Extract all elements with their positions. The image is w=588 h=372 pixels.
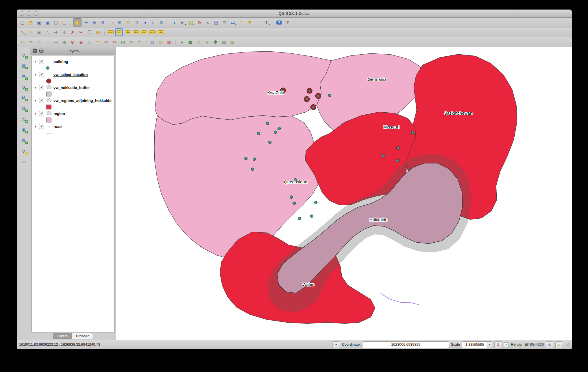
show-bookmarks-icon[interactable]: ⚐ (254, 18, 262, 26)
display-grass-region-icon[interactable]: ▧ (220, 38, 228, 46)
open-project-icon[interactable]: ⬒ (27, 18, 35, 26)
show-hide-labels-icon[interactable]: abc (132, 28, 140, 36)
open-grass-tools-icon[interactable]: ✲ (212, 38, 219, 46)
new-project-icon[interactable]: ▢ (19, 18, 26, 26)
map-canvas[interactable]: KwaZuluGermaniaSaskatchewanMissouriQueen… (116, 47, 572, 340)
panel-close-icon[interactable]: ✕ (33, 49, 37, 53)
zoom-out-icon[interactable]: ⊖ (99, 18, 107, 26)
layer-row-vw_select_location[interactable]: ▼✓∴vw_select_location (32, 71, 114, 78)
expand-arrow-icon[interactable]: ▼ (34, 86, 37, 89)
coordinate-input[interactable] (363, 341, 449, 348)
deselect-features-icon[interactable]: ⊘ (195, 18, 203, 26)
change-label-properties-icon[interactable]: abc (157, 28, 165, 36)
expand-arrow-icon[interactable]: ▼ (34, 99, 37, 102)
new-print-composer-icon[interactable]: ▢ (52, 18, 60, 26)
local-histogram-stretch-icon[interactable]: ▥ (149, 38, 156, 46)
paste-features-icon[interactable]: ▤ (94, 28, 102, 36)
tab-layers[interactable]: Layers (53, 333, 72, 339)
delete-ring-icon[interactable]: ⊘ (69, 38, 77, 46)
add-spatialite-layer-icon[interactable]: S+ (20, 83, 28, 91)
layer-name[interactable]: building (53, 59, 68, 64)
select-features-icon[interactable]: ▧▼ (187, 18, 195, 26)
layer-name[interactable]: vw_regions_adjoining_hokkaido (53, 98, 112, 103)
resize-grip[interactable] (566, 343, 570, 347)
add-grass-raster-layer-icon[interactable]: ▦ (186, 38, 194, 46)
add-grass-vector-layer-icon[interactable]: V (178, 38, 186, 46)
title-bar[interactable]: QGIS 2.0.1-Dufour (17, 10, 572, 18)
layer-name[interactable]: vw_select_location (53, 72, 88, 77)
expand-arrow-icon[interactable]: ▼ (34, 60, 37, 63)
current-edits-icon[interactable]: ✎▼ (19, 28, 26, 36)
layer-name[interactable]: region (53, 111, 65, 116)
expand-arrow-icon[interactable]: ▼ (34, 112, 37, 115)
rotate-label-icon[interactable]: abc (149, 28, 156, 36)
remove-layer-icon[interactable]: ▭ (20, 158, 28, 165)
layer-row-vw_regions_adjoining_hokkaido[interactable]: ▼✓vw_regions_adjoining_hokkaido (32, 97, 114, 104)
tab-browser[interactable]: Browser (72, 333, 93, 339)
save-layer-edits-icon[interactable]: ▣ (35, 28, 43, 36)
add-ring-icon[interactable]: ◎ (52, 38, 60, 46)
whats-this-icon[interactable]: ? (284, 18, 291, 26)
layer-row-building[interactable]: ▼✓∴building (32, 58, 114, 65)
move-label-icon[interactable]: abc (140, 28, 148, 36)
pin-labels-icon[interactable]: ab (115, 28, 123, 36)
labeling-icon[interactable]: abc (107, 28, 114, 36)
offset-curve-icon[interactable]: ⊃ (94, 38, 102, 46)
zoom-last-icon[interactable]: ◂ (141, 18, 149, 26)
expand-arrow-icon[interactable]: ▼ (34, 73, 37, 76)
rotate-feature-icon[interactable]: ⟳ (35, 38, 43, 46)
layer-row-vw_hokkaido_buffer[interactable]: ▼✓vw_hokkaido_buffer (32, 84, 114, 91)
panel-float-icon[interactable]: ❐ (39, 49, 44, 53)
messages-warning-icon[interactable]: ⚠ (555, 341, 563, 348)
open-attribute-table-icon[interactable]: ▤ (212, 18, 220, 26)
add-feature-icon[interactable]: ∴ (44, 28, 51, 36)
pan-to-selection-icon[interactable]: ✛ (82, 18, 90, 26)
edit-grass-vector-icon[interactable]: V (203, 38, 211, 46)
move-feature-icon[interactable]: ➜ (52, 28, 60, 36)
copy-features-icon[interactable]: ❐ (86, 28, 93, 36)
select-by-expression-icon[interactable]: ε (204, 18, 212, 26)
layer-visibility-checkbox[interactable]: ✓ (39, 124, 44, 129)
remove-histogram-stretch-icon[interactable]: ▥ (165, 38, 173, 46)
reshape-features-icon[interactable]: ∩ (86, 38, 93, 46)
rotate-point-symbols-icon[interactable]: ↻ (136, 38, 144, 46)
layer-visibility-checkbox[interactable]: ✓ (39, 72, 44, 77)
field-calculator-icon[interactable]: ≣ (221, 18, 228, 26)
scale-combo[interactable]: 1:33565585 ▼ (462, 341, 492, 348)
mouse-position-toggle-icon[interactable]: ⌖ (332, 341, 340, 348)
merge-feature-attributes-icon[interactable]: ⋈ (127, 38, 135, 46)
zoom-to-layer-icon[interactable]: ⊡ (132, 18, 140, 26)
pan-map-icon[interactable]: ✋ (73, 18, 82, 27)
close-button[interactable] (20, 11, 24, 16)
zoom-native-icon[interactable]: 1:1 (107, 18, 115, 26)
minimize-button[interactable] (27, 11, 31, 16)
add-raster-layer-icon[interactable]: ▦+ (20, 62, 28, 69)
add-vector-layer-icon[interactable]: V+ (20, 51, 28, 59)
composer-manager-icon[interactable]: ▢ (60, 18, 68, 26)
save-project-as-icon[interactable]: ▣ (44, 18, 51, 26)
zoom-to-selection-icon[interactable]: ⊙ (124, 18, 132, 26)
delete-selected-icon[interactable]: ✗ (69, 28, 77, 36)
new-bookmark-icon[interactable]: ⚑ (246, 18, 254, 26)
stop-render-icon[interactable]: ⊘ (494, 341, 502, 348)
crs-globe-icon[interactable]: ◍ (546, 341, 553, 348)
layers-panel-header[interactable]: ✕ ❐ Layers (30, 47, 116, 55)
save-project-icon[interactable]: ▣ (35, 18, 43, 26)
edit-grass-region-icon[interactable]: ▨ (228, 38, 236, 46)
layer-visibility-checkbox[interactable]: ✓ (39, 85, 44, 90)
layer-row-region[interactable]: ▼✓region (32, 110, 114, 117)
run-feature-action-icon[interactable]: ▶▼ (179, 18, 186, 26)
split-features-icon[interactable]: ✂ (102, 38, 110, 46)
redo-icon[interactable]: ↷ (27, 38, 35, 46)
node-tool-icon[interactable]: ✛ (60, 28, 68, 36)
add-wfs-layer-icon[interactable]: ◉+ (20, 126, 28, 133)
zoom-in-icon[interactable]: ⊕ (90, 18, 98, 26)
split-parts-icon[interactable]: ✄ (111, 38, 119, 46)
layer-visibility-checkbox[interactable]: ✓ (39, 98, 44, 103)
text-annotation-icon[interactable]: T▼ (262, 18, 270, 26)
toggle-editing-icon[interactable]: ✎ (27, 28, 35, 36)
render-checkbox[interactable]: ✓ (504, 342, 509, 347)
add-part-icon[interactable]: ◉ (60, 38, 68, 46)
zoom-full-icon[interactable]: ⊞ (116, 18, 123, 26)
map-refresh-icon[interactable]: ⟳ (158, 18, 165, 26)
